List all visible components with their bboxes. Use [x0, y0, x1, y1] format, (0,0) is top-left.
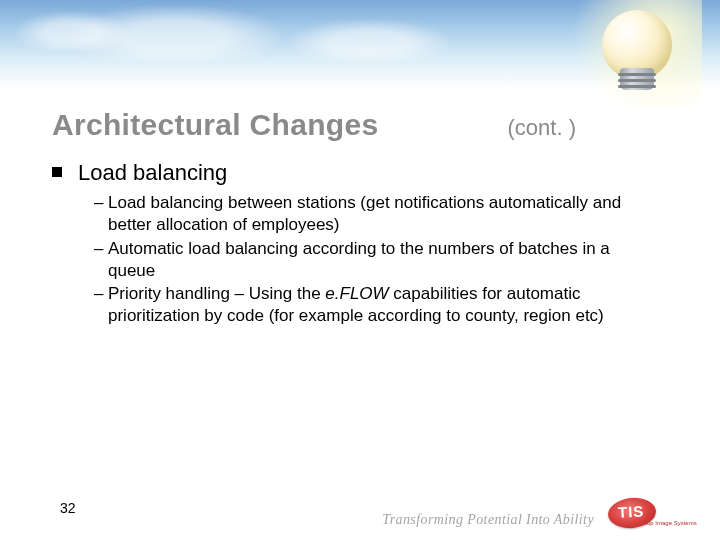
bullet-level2: – Load balancing between stations (get n…: [94, 192, 674, 236]
slide: Architectural Changes (cont. ) Load bala…: [0, 0, 720, 540]
tagline: Transforming Potential Into Ability: [382, 512, 594, 528]
body-content: Load balancing – Load balancing between …: [52, 160, 674, 329]
dash-bullet-icon: –: [94, 283, 108, 327]
title-row: Architectural Changes (cont. ): [52, 108, 668, 142]
bullet-level2: – Priority handling – Using the e.FLOW c…: [94, 283, 674, 327]
bullet-text: Load balancing: [78, 160, 227, 186]
cloud-decoration: [16, 12, 126, 50]
sub-bullet-text: Priority handling – Using the e.FLOW cap…: [108, 283, 648, 327]
page-number: 32: [60, 500, 76, 516]
footer: 32 Transforming Potential Into Ability T…: [0, 494, 720, 540]
sub-bullet-text: Automatic load balancing according to th…: [108, 238, 648, 282]
text-run: Priority handling – Using the: [108, 284, 325, 303]
sub-bullet-list: – Load balancing between stations (get n…: [94, 192, 674, 327]
continuation-label: (cont. ): [508, 115, 576, 141]
company-logo: TIS Top Image Systems: [608, 498, 702, 532]
lightbulb-icon: [602, 10, 672, 110]
bullet-level1: Load balancing: [52, 160, 674, 186]
sub-bullet-text: Load balancing between stations (get not…: [108, 192, 648, 236]
slide-title: Architectural Changes: [52, 108, 378, 142]
logo-text: TIS: [618, 502, 645, 520]
dash-bullet-icon: –: [94, 238, 108, 282]
product-name: e.FLOW: [325, 284, 388, 303]
square-bullet-icon: [52, 167, 62, 177]
cloud-decoration: [290, 20, 450, 62]
dash-bullet-icon: –: [94, 192, 108, 236]
logo-subtext: Top Image Systems: [644, 520, 697, 526]
bullet-level2: – Automatic load balancing according to …: [94, 238, 674, 282]
